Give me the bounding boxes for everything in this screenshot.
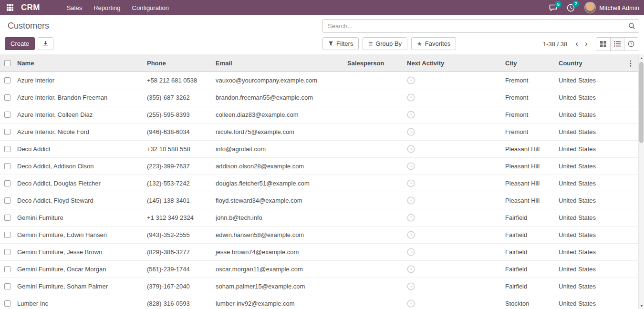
pager-previous-button[interactable]: ‹	[573, 40, 581, 48]
row-checkbox[interactable]	[4, 163, 10, 169]
activity-clock-icon[interactable]	[407, 196, 415, 205]
activity-clock-icon[interactable]	[407, 265, 415, 273]
row-checkbox[interactable]	[4, 112, 10, 118]
pager-next-button[interactable]: ›	[582, 40, 590, 48]
table-row[interactable]: Gemini Furniture, Soham Palmer (379)-167…	[0, 278, 638, 295]
activity-clock-icon[interactable]	[407, 179, 415, 187]
table-row[interactable]: Deco Addict, Addison Olson (223)-399-763…	[0, 158, 638, 175]
menu-configuration[interactable]: Configuration	[131, 0, 170, 15]
table-row[interactable]: Deco Addict +32 10 588 558 info@agrolait…	[0, 141, 638, 158]
messages-button[interactable]: 5	[549, 4, 557, 11]
table-row[interactable]: Azure Interior, Brandon Freeman (355)-68…	[0, 89, 638, 106]
messages-badge: 5	[555, 1, 561, 8]
row-checkbox[interactable]	[4, 215, 10, 221]
page-title: Customers	[8, 21, 49, 31]
app-title[interactable]: CRM	[21, 3, 40, 12]
export-button[interactable]	[38, 37, 53, 50]
cell-phone: (561)-239-1744	[144, 266, 213, 273]
activities-button[interactable]: 7	[567, 4, 575, 12]
activity-clock-icon[interactable]	[407, 145, 415, 153]
activity-clock-icon[interactable]	[407, 111, 415, 119]
vertical-scrollbar[interactable]: ▲ ▼	[638, 54, 644, 309]
table-row[interactable]: Azure Interior, Colleen Diaz (255)-595-8…	[0, 106, 638, 124]
cell-phone: (943)-352-2555	[144, 231, 213, 238]
cell-country: United States	[556, 180, 638, 187]
group-by-button[interactable]: ≡ Group By	[363, 37, 407, 50]
activity-clock-icon[interactable]	[407, 162, 415, 170]
activity-clock-icon[interactable]	[407, 128, 415, 136]
row-checkbox[interactable]	[4, 77, 10, 83]
row-checkbox[interactable]	[4, 180, 10, 186]
header-city[interactable]: City	[502, 60, 556, 67]
cell-city: Pleasant Hill	[502, 163, 556, 170]
row-checkbox[interactable]	[4, 146, 10, 152]
cell-name: Deco Addict, Douglas Fletcher	[14, 180, 144, 187]
search-icon[interactable]	[628, 22, 635, 31]
row-checkbox-cell	[0, 77, 14, 83]
cell-email: colleen.diaz83@example.com	[213, 111, 344, 118]
list-view-button[interactable]	[610, 38, 624, 51]
menu-reporting[interactable]: Reporting	[93, 0, 121, 15]
table-row[interactable]: Gemini Furniture +1 312 349 2324 john.b@…	[0, 209, 638, 227]
cell-phone: +58 212 681 0538	[144, 77, 213, 84]
row-checkbox[interactable]	[4, 232, 10, 238]
activity-clock-icon[interactable]	[407, 76, 415, 84]
cell-next-activity	[404, 162, 502, 170]
apps-menu-icon[interactable]	[5, 2, 15, 13]
row-checkbox[interactable]	[4, 94, 10, 101]
cell-country: United States	[556, 111, 638, 118]
cell-country: United States	[556, 300, 638, 307]
activity-clock-icon[interactable]	[407, 231, 415, 239]
cell-email: brandon.freeman55@example.com	[213, 94, 344, 101]
activity-clock-icon[interactable]	[407, 282, 415, 290]
scrollbar-down-arrow[interactable]: ▼	[639, 302, 644, 309]
column-options-button[interactable]: ⋮	[626, 54, 635, 72]
header-email[interactable]: Email	[213, 60, 344, 67]
filters-button[interactable]: Filters	[322, 37, 359, 50]
cell-country: United States	[556, 266, 638, 273]
select-all-checkbox[interactable]	[4, 60, 10, 66]
row-checkbox-cell	[0, 300, 14, 307]
cell-email: vauxoo@yourcompany.example.com	[213, 77, 344, 84]
header-salesperson[interactable]: Salesperson	[344, 60, 404, 67]
table-row[interactable]: Gemini Furniture, Edwin Hansen (943)-352…	[0, 227, 638, 244]
cell-city: Pleasant Hill	[502, 197, 556, 204]
cell-next-activity	[404, 93, 502, 102]
cell-phone: (145)-138-3401	[144, 197, 213, 204]
activity-clock-icon[interactable]	[407, 299, 415, 308]
row-checkbox[interactable]	[4, 300, 10, 307]
search-input[interactable]	[322, 19, 639, 33]
table-row[interactable]: Azure Interior, Nicole Ford (946)-638-60…	[0, 124, 638, 141]
row-checkbox[interactable]	[4, 283, 10, 289]
scrollbar-thumb[interactable]	[639, 62, 644, 143]
row-checkbox[interactable]	[4, 197, 10, 204]
activity-clock-icon[interactable]	[407, 214, 415, 222]
row-checkbox[interactable]	[4, 129, 10, 135]
row-checkbox-cell	[0, 94, 14, 101]
table-row[interactable]: Lumber Inc (828)-316-0593 lumber-inv92@e…	[0, 295, 638, 309]
table-row[interactable]: Gemini Furniture, Jesse Brown (829)-386-…	[0, 244, 638, 261]
header-phone[interactable]: Phone	[144, 60, 213, 67]
table-row[interactable]: Deco Addict, Floyd Steward (145)-138-340…	[0, 192, 638, 209]
row-checkbox[interactable]	[4, 266, 10, 272]
user-menu[interactable]: Mitchell Admin	[584, 2, 639, 13]
cell-city: Fairfield	[502, 266, 556, 273]
search-facets: Filters ≡ Group By ★ Favorites	[322, 37, 456, 50]
menu-sales[interactable]: Sales	[66, 0, 83, 15]
activity-clock-icon[interactable]	[407, 248, 415, 256]
create-button[interactable]: Create	[5, 37, 35, 50]
table-row[interactable]: Deco Addict, Douglas Fletcher (132)-553-…	[0, 175, 638, 192]
table-row[interactable]: Azure Interior +58 212 681 0538 vauxoo@y…	[0, 72, 638, 89]
cell-phone: +32 10 588 558	[144, 145, 213, 153]
scrollbar-up-arrow[interactable]: ▲	[639, 54, 644, 61]
header-name[interactable]: Name	[14, 60, 144, 67]
activity-clock-icon[interactable]	[407, 93, 415, 102]
favorites-button[interactable]: ★ Favorites	[411, 37, 456, 50]
activity-view-button[interactable]	[624, 38, 638, 51]
cell-name: Gemini Furniture, Jesse Brown	[14, 248, 144, 256]
kanban-view-button[interactable]	[596, 38, 610, 51]
row-checkbox-cell	[0, 129, 14, 135]
header-next-activity[interactable]: Next Activity	[404, 60, 502, 67]
row-checkbox[interactable]	[4, 249, 10, 255]
table-row[interactable]: Gemini Furniture, Oscar Morgan (561)-239…	[0, 261, 638, 278]
